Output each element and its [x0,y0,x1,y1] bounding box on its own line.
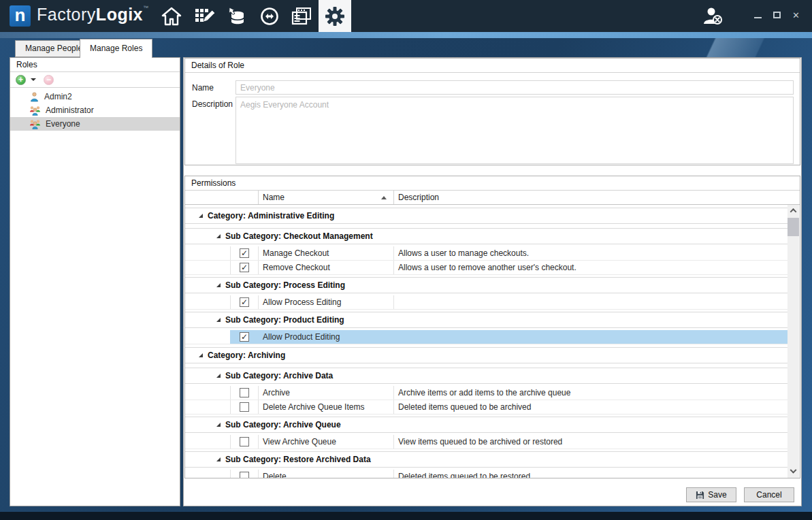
roles-panel: Roles + − Admin2AdministratorEveryone [10,57,180,506]
titlebar: n FactoryLogix™ [0,0,812,32]
checkbox-cell: ✓ [230,246,258,260]
app-title-bold: Logix [96,5,143,24]
window-controls: ✕ [754,10,800,20]
scroll-up-icon[interactable] [787,205,799,216]
add-role-button[interactable]: + [16,75,26,85]
database-import-icon[interactable] [221,0,253,32]
settings-gear-icon[interactable] [319,0,351,32]
subcategory-row[interactable]: Sub Category: Process Editing [185,277,788,293]
permission-description [393,295,788,309]
save-floppy-icon [696,491,704,500]
subcategory-row[interactable]: Sub Category: Archive Queue [185,417,788,433]
permission-row[interactable]: DeleteDeleted items queued to be restore… [185,470,788,478]
role-item-label: Administrator [46,105,94,115]
category-row[interactable]: Category: Administrative Editing [185,208,788,224]
expander-collapse-icon[interactable] [216,457,221,461]
permission-name: Manage Checkout [258,246,393,260]
minimize-button[interactable] [754,17,762,18]
row-indent [185,386,230,400]
user-logout-icon[interactable] [702,6,725,27]
expander-collapse-icon[interactable] [216,318,221,322]
cancel-button[interactable]: Cancel [744,487,794,502]
close-button[interactable]: ✕ [792,11,800,20]
vertical-scrollbar[interactable] [787,205,799,478]
row-indent [185,435,230,449]
subcategory-row[interactable]: Sub Category: Restore Archived Data [185,451,788,468]
permission-checkbox[interactable]: ✓ [240,332,249,342]
maximize-button[interactable] [773,12,781,18]
scrollbar-thumb[interactable] [787,218,799,236]
production-grid-edit-icon[interactable] [188,0,221,32]
permission-name: Delete Archive Queue Items [258,400,393,414]
role-item[interactable]: Admin2 [10,90,180,103]
permission-description: Allows a user to remove another user's c… [393,261,788,274]
permission-name: View Archive Queue [258,435,393,449]
subcategory-label: Sub Category: Archive Data [225,371,333,380]
window-frame-bottom [0,512,812,520]
role-item[interactable]: Administrator [10,103,180,117]
transfer-sync-icon[interactable] [253,0,286,32]
permission-row[interactable]: Delete Archive Queue ItemsDeleted items … [185,400,788,415]
subcategory-row[interactable]: Sub Category: Archive Data [185,368,788,384]
save-button-label: Save [708,488,726,502]
permission-checkbox[interactable] [240,388,249,397]
row-indent [185,261,230,274]
permission-row[interactable]: ArchiveArchive items or add items to the… [185,386,788,400]
row-indent [185,400,230,414]
subcategory-row[interactable]: Sub Category: Product Editing [185,312,788,328]
expander-collapse-icon[interactable] [216,374,221,378]
permission-row[interactable]: View Archive QueueView items queued to b… [185,435,788,449]
subcategory-label: Sub Category: Checkout Management [225,231,373,241]
permission-checkbox[interactable]: ✓ [240,263,249,272]
category-row[interactable]: Category: Archiving [185,347,788,363]
person-icon [29,92,39,102]
checkbox-cell: ✓ [230,330,258,344]
permission-description: Deleted items queued to be archived [393,400,788,414]
expander-collapse-icon[interactable] [199,214,203,218]
description-column-header[interactable]: Description [393,191,800,204]
permission-checkbox[interactable] [240,472,249,478]
permission-checkbox[interactable]: ✓ [240,297,249,307]
permission-checkbox[interactable] [240,437,249,446]
permission-checkbox[interactable]: ✓ [240,248,249,258]
permissions-table-header: Name Description [185,191,800,205]
expander-collapse-icon[interactable] [216,423,221,427]
role-description-input[interactable]: Aegis Everyone Account [236,97,794,164]
home-icon[interactable] [155,0,188,32]
subcategory-label: Sub Category: Process Editing [225,280,345,290]
app-title: FactoryLogix™ [37,5,149,25]
save-button[interactable]: Save [686,487,736,502]
roles-panel-title: Roles [10,58,180,72]
remove-role-button[interactable]: − [44,75,54,85]
permission-checkbox[interactable] [240,402,249,412]
checkbox-cell [230,470,258,478]
main-navigation [155,0,351,32]
permission-row[interactable]: ✓Manage CheckoutAllows a user to manage … [185,246,788,261]
group-icon [29,119,41,129]
trademark: ™ [143,5,149,11]
row-indent [185,295,230,309]
permission-row[interactable]: ✓Remove CheckoutAllows a user to remove … [185,261,788,275]
scroll-down-icon[interactable] [787,466,799,478]
expander-collapse-icon[interactable] [216,283,221,287]
row-indent [185,470,230,478]
role-item[interactable]: Everyone [10,117,180,131]
checkbox-cell: ✓ [230,295,258,309]
reports-windows-icon[interactable] [286,0,319,32]
name-column-header[interactable]: Name [258,191,393,204]
add-role-dropdown-icon[interactable] [31,78,36,81]
role-name-input[interactable] [236,80,794,95]
permissions-title: Permissions [185,176,800,191]
description-label: Description [192,99,233,109]
permission-row[interactable]: ✓Allow Product Editing [185,330,788,344]
permission-row[interactable]: ✓Allow Process Editing [185,295,788,310]
subcategory-label: Sub Category: Archive Queue [225,420,341,429]
subcategory-row[interactable]: Sub Category: Checkout Management [185,228,788,244]
tab-manage-roles[interactable]: Manage Roles [80,39,152,58]
permission-name: Archive [258,386,393,400]
name-column-label: Name [263,193,285,202]
role-item-label: Everyone [46,119,80,129]
application-window: n FactoryLogix™ [0,0,812,520]
expander-collapse-icon[interactable] [216,234,221,238]
expander-collapse-icon[interactable] [199,353,203,357]
